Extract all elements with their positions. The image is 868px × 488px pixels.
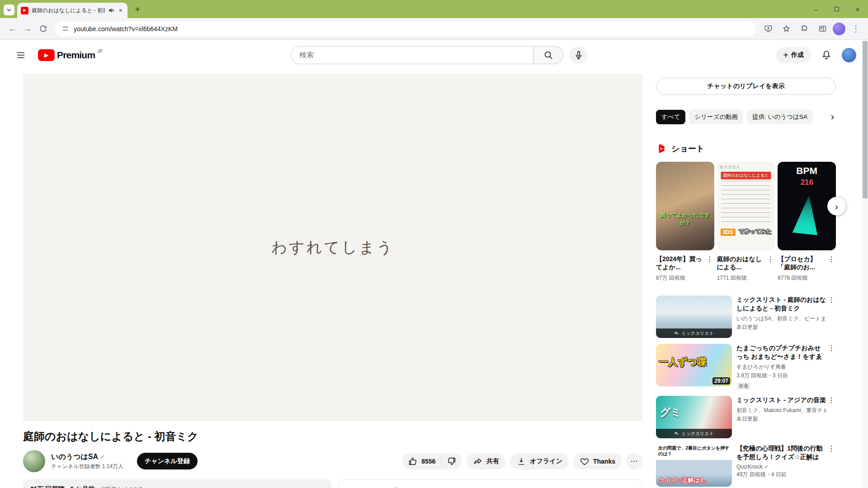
youtube-masthead: ▶ Premium JP + 作成 (0, 40, 868, 70)
show-chat-replay-button[interactable]: チャットのリプレイを表示 (656, 78, 836, 95)
search-input[interactable] (299, 51, 525, 59)
below-player-row: 21万 回視聴 6 か月前 #プロセカnext チャットのリプレイ (23, 479, 642, 488)
shorts-heading: ショート (671, 143, 704, 154)
short-thumb-badge: 3DS (721, 229, 736, 236)
offline-button[interactable]: オフライン (510, 453, 569, 469)
side-panel-button[interactable] (815, 21, 830, 37)
create-button[interactable]: + 作成 (776, 47, 811, 63)
chip-from-channel[interactable]: 提供: いのうつはSA (747, 110, 813, 124)
tab-search-button[interactable] (4, 5, 14, 15)
video-frame-lyric-text: わすれてしまう (271, 237, 394, 258)
video-menu-icon[interactable]: ⋮ (827, 396, 836, 438)
video-menu-icon[interactable]: ⋮ (827, 444, 836, 487)
chat-replay-panel[interactable]: チャットのリプレイ (339, 479, 642, 488)
video-thumbnail[interactable]: グミ ミックスリスト (656, 396, 732, 438)
url-bar[interactable]: youtube.com/watch?v=xl6b644XzKM (55, 21, 756, 37)
short-card[interactable]: 買ってよかったですか？ 【2024年】買ってよか... 87万 回視聴 ⋮ (656, 162, 714, 282)
window-minimize-button[interactable]: – (806, 0, 826, 18)
install-app-button[interactable] (760, 21, 776, 37)
short-menu-icon[interactable]: ⋮ (827, 255, 836, 282)
notifications-button[interactable] (817, 46, 835, 64)
install-icon (764, 24, 773, 33)
channel-name[interactable]: いのうつはSA (51, 452, 98, 462)
video-title[interactable]: たまごっちのプチプチおみせっち おまちど〜さま！をすゑひ... (736, 344, 827, 361)
video-title[interactable]: 【究極の心理戦】1問後の行動を予想しろ！クイズ☆正解は1... (736, 444, 827, 461)
subscribe-button[interactable]: チャンネル登録 (137, 453, 198, 469)
new-tab-button[interactable]: + (131, 3, 144, 16)
tab-close-icon[interactable]: × (118, 7, 124, 14)
chip-all[interactable]: すべて (656, 110, 685, 124)
plus-icon: + (783, 51, 788, 60)
extensions-button[interactable] (797, 21, 812, 37)
subscriber-count: チャンネル登録者数 1.14万人 (51, 463, 123, 470)
like-dislike-pill: 8556 (402, 453, 462, 469)
short-card[interactable]: ありません 庭師のおはなしによると 3DS で作ってみた 庭師のおはなしによる.… (717, 162, 775, 282)
video-menu-icon[interactable]: ⋮ (827, 296, 836, 338)
chip-series[interactable]: シリーズの動画 (689, 110, 743, 124)
page-scrollbar[interactable] (862, 40, 868, 488)
youtube-premium-logo[interactable]: ▶ Premium JP (38, 48, 103, 62)
browser-profile-avatar[interactable] (833, 23, 845, 35)
short-menu-icon[interactable]: ⋮ (766, 255, 775, 282)
video-meta: 本日更新 (736, 324, 827, 331)
channel-avatar[interactable] (23, 450, 45, 472)
description-box[interactable]: 21万 回視聴 6 か月前 #プロセカnext (23, 479, 332, 488)
verified-check-icon: ✓ (100, 454, 105, 460)
youtube-favicon-icon: ▶ (21, 7, 28, 14)
side-panel-icon (818, 24, 827, 33)
account-avatar[interactable] (842, 48, 856, 62)
guide-menu-button[interactable] (12, 46, 30, 64)
video-title[interactable]: ミックスリスト - アジアの音楽 (736, 396, 827, 404)
new-badge: 新着 (736, 382, 751, 390)
short-title[interactable]: 【プロセカ】「庭師のお... (778, 255, 827, 271)
url-text[interactable]: youtube.com/watch?v=xl6b644XzKM (74, 25, 178, 33)
hashtag-link[interactable]: #プロセカnext (100, 485, 142, 488)
short-card[interactable]: BPM 216 【プロセカ】「庭師のお... 8778 回視聴 ⋮ (778, 162, 836, 282)
related-video-item[interactable]: 一人ずつ喋 29:07 たまごっちのプチプチおみせっち おまちど〜さま！をすゑひ… (656, 344, 836, 390)
chips-scroll-right-icon[interactable]: › (829, 111, 836, 123)
browser-menu-button[interactable]: ⋮ (848, 21, 863, 37)
action-buttons: 8556 共有 オフライン Thanks (402, 453, 642, 469)
short-menu-icon[interactable]: ⋮ (705, 255, 714, 282)
scrollbar-thumb[interactable] (863, 41, 868, 198)
related-video-item[interactable]: グミ ミックスリスト ミックスリスト - アジアの音楽 初音ミク、Makoto … (656, 396, 836, 438)
forward-button[interactable]: → (20, 21, 35, 37)
duration-badge: 29:07 (712, 377, 730, 385)
short-thumbnail[interactable]: 買ってよかったですか？ (656, 162, 714, 250)
short-thumbnail[interactable]: ありません 庭師のおはなしによると 3DS で作ってみた (717, 162, 775, 250)
window-controls: – × (806, 0, 868, 18)
video-thumbnail[interactable]: ミックスリスト (656, 296, 732, 338)
video-thumbnail[interactable]: 一人ずつ喋 29:07 (656, 344, 732, 386)
video-title[interactable]: ミックスリスト - 庭師のおはなしによると - 初音ミク (736, 296, 827, 313)
site-settings-icon[interactable] (61, 25, 69, 33)
view-count: 21万 回視聴 (30, 485, 64, 488)
audio-playing-icon[interactable] (108, 7, 114, 14)
download-icon (516, 456, 526, 466)
share-button[interactable]: 共有 (467, 453, 505, 469)
video-menu-icon[interactable]: ⋮ (827, 344, 836, 390)
short-title[interactable]: 庭師のおはなしによる... (717, 255, 766, 271)
thanks-button[interactable]: Thanks (573, 453, 622, 469)
related-video-item[interactable]: ミックスリスト ミックスリスト - 庭師のおはなしによると - 初音ミク いのう… (656, 296, 836, 338)
bell-icon (821, 50, 832, 61)
video-player[interactable]: わすれてしまう (23, 74, 642, 421)
browser-toolbar: ← → youtube.com/watch?v=xl6b644XzKM ⋮ (0, 18, 868, 40)
shorts-next-button[interactable]: › (827, 197, 846, 216)
window-maximize-button[interactable] (826, 0, 847, 18)
voice-search-button[interactable] (570, 46, 588, 64)
search-box[interactable] (291, 46, 533, 64)
dislike-button[interactable] (445, 456, 457, 466)
back-button[interactable]: ← (5, 21, 20, 37)
more-actions-button[interactable]: ⋯ (626, 453, 642, 469)
logo-country-code: JP (97, 49, 103, 54)
search-button[interactable] (533, 46, 563, 64)
window-close-button[interactable]: × (847, 0, 868, 18)
short-title[interactable]: 【2024年】買ってよか... (656, 255, 705, 271)
video-thumbnail[interactable]: 次の問題で、2番目にボタンを押すのは？ クイズ☆正解は1.. (656, 444, 732, 487)
like-button[interactable]: 8556 (408, 456, 441, 466)
bookmark-button[interactable] (778, 21, 794, 37)
browser-tab-active[interactable]: ▶ 庭師のおはなしによると - 初音 × (17, 3, 127, 18)
reload-button[interactable] (35, 21, 51, 37)
related-video-item[interactable]: 次の問題で、2番目にボタンを押すのは？ クイズ☆正解は1.. 【究極の心理戦】1… (656, 444, 836, 487)
masthead-right: + 作成 (776, 46, 856, 64)
